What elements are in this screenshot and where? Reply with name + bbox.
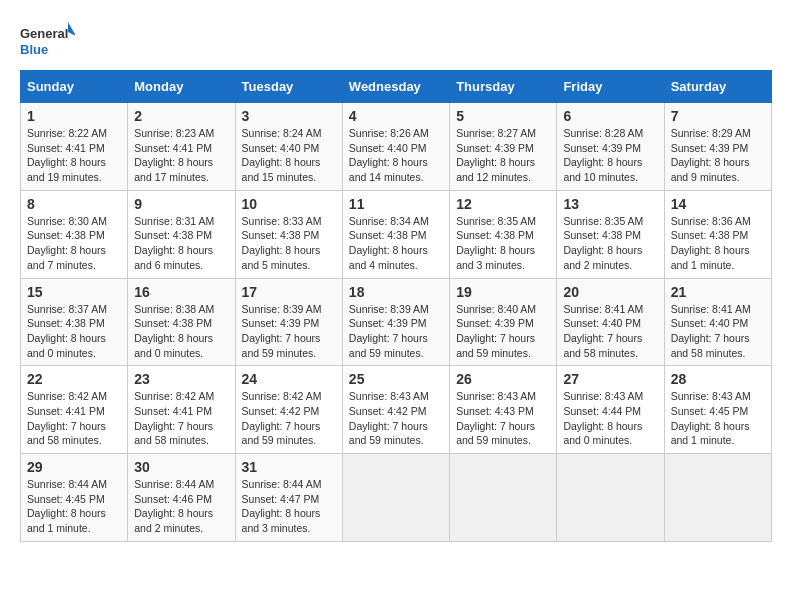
- calendar-cell: 4Sunrise: 8:26 AM Sunset: 4:40 PM Daylig…: [342, 103, 449, 191]
- calendar-cell: 25Sunrise: 8:43 AM Sunset: 4:42 PM Dayli…: [342, 366, 449, 454]
- calendar-cell: 24Sunrise: 8:42 AM Sunset: 4:42 PM Dayli…: [235, 366, 342, 454]
- header-day-monday: Monday: [128, 71, 235, 103]
- cell-info: Sunrise: 8:36 AM Sunset: 4:38 PM Dayligh…: [671, 214, 765, 273]
- calendar-cell: 20Sunrise: 8:41 AM Sunset: 4:40 PM Dayli…: [557, 278, 664, 366]
- cell-info: Sunrise: 8:29 AM Sunset: 4:39 PM Dayligh…: [671, 126, 765, 185]
- logo-svg: General Blue: [20, 20, 75, 60]
- header-day-friday: Friday: [557, 71, 664, 103]
- day-number: 1: [27, 108, 121, 124]
- day-number: 4: [349, 108, 443, 124]
- day-number: 27: [563, 371, 657, 387]
- cell-info: Sunrise: 8:34 AM Sunset: 4:38 PM Dayligh…: [349, 214, 443, 273]
- cell-info: Sunrise: 8:26 AM Sunset: 4:40 PM Dayligh…: [349, 126, 443, 185]
- calendar-cell: 26Sunrise: 8:43 AM Sunset: 4:43 PM Dayli…: [450, 366, 557, 454]
- day-number: 21: [671, 284, 765, 300]
- day-number: 12: [456, 196, 550, 212]
- calendar-cell: 7Sunrise: 8:29 AM Sunset: 4:39 PM Daylig…: [664, 103, 771, 191]
- cell-info: Sunrise: 8:23 AM Sunset: 4:41 PM Dayligh…: [134, 126, 228, 185]
- calendar-week-1: 1Sunrise: 8:22 AM Sunset: 4:41 PM Daylig…: [21, 103, 772, 191]
- calendar-cell: 5Sunrise: 8:27 AM Sunset: 4:39 PM Daylig…: [450, 103, 557, 191]
- day-number: 5: [456, 108, 550, 124]
- day-number: 28: [671, 371, 765, 387]
- calendar-week-5: 29Sunrise: 8:44 AM Sunset: 4:45 PM Dayli…: [21, 454, 772, 542]
- page-header: General Blue: [20, 20, 772, 60]
- calendar-cell: [557, 454, 664, 542]
- calendar-cell: 12Sunrise: 8:35 AM Sunset: 4:38 PM Dayli…: [450, 190, 557, 278]
- calendar-cell: 27Sunrise: 8:43 AM Sunset: 4:44 PM Dayli…: [557, 366, 664, 454]
- calendar-cell: 23Sunrise: 8:42 AM Sunset: 4:41 PM Dayli…: [128, 366, 235, 454]
- calendar-cell: 16Sunrise: 8:38 AM Sunset: 4:38 PM Dayli…: [128, 278, 235, 366]
- cell-info: Sunrise: 8:38 AM Sunset: 4:38 PM Dayligh…: [134, 302, 228, 361]
- svg-marker-2: [68, 22, 75, 36]
- calendar-cell: [450, 454, 557, 542]
- day-number: 18: [349, 284, 443, 300]
- header-day-thursday: Thursday: [450, 71, 557, 103]
- day-number: 9: [134, 196, 228, 212]
- header-day-sunday: Sunday: [21, 71, 128, 103]
- calendar-cell: 21Sunrise: 8:41 AM Sunset: 4:40 PM Dayli…: [664, 278, 771, 366]
- calendar-cell: 31Sunrise: 8:44 AM Sunset: 4:47 PM Dayli…: [235, 454, 342, 542]
- day-number: 16: [134, 284, 228, 300]
- calendar-cell: 9Sunrise: 8:31 AM Sunset: 4:38 PM Daylig…: [128, 190, 235, 278]
- cell-info: Sunrise: 8:35 AM Sunset: 4:38 PM Dayligh…: [456, 214, 550, 273]
- day-number: 30: [134, 459, 228, 475]
- cell-info: Sunrise: 8:42 AM Sunset: 4:41 PM Dayligh…: [27, 389, 121, 448]
- cell-info: Sunrise: 8:40 AM Sunset: 4:39 PM Dayligh…: [456, 302, 550, 361]
- day-number: 23: [134, 371, 228, 387]
- cell-info: Sunrise: 8:42 AM Sunset: 4:41 PM Dayligh…: [134, 389, 228, 448]
- cell-info: Sunrise: 8:28 AM Sunset: 4:39 PM Dayligh…: [563, 126, 657, 185]
- calendar-week-3: 15Sunrise: 8:37 AM Sunset: 4:38 PM Dayli…: [21, 278, 772, 366]
- calendar-cell: 15Sunrise: 8:37 AM Sunset: 4:38 PM Dayli…: [21, 278, 128, 366]
- calendar-cell: [342, 454, 449, 542]
- day-number: 8: [27, 196, 121, 212]
- calendar-cell: 6Sunrise: 8:28 AM Sunset: 4:39 PM Daylig…: [557, 103, 664, 191]
- day-number: 24: [242, 371, 336, 387]
- header-row: SundayMondayTuesdayWednesdayThursdayFrid…: [21, 71, 772, 103]
- day-number: 20: [563, 284, 657, 300]
- day-number: 7: [671, 108, 765, 124]
- day-number: 26: [456, 371, 550, 387]
- cell-info: Sunrise: 8:22 AM Sunset: 4:41 PM Dayligh…: [27, 126, 121, 185]
- calendar-cell: 1Sunrise: 8:22 AM Sunset: 4:41 PM Daylig…: [21, 103, 128, 191]
- calendar-cell: 29Sunrise: 8:44 AM Sunset: 4:45 PM Dayli…: [21, 454, 128, 542]
- day-number: 13: [563, 196, 657, 212]
- cell-info: Sunrise: 8:42 AM Sunset: 4:42 PM Dayligh…: [242, 389, 336, 448]
- cell-info: Sunrise: 8:44 AM Sunset: 4:47 PM Dayligh…: [242, 477, 336, 536]
- cell-info: Sunrise: 8:27 AM Sunset: 4:39 PM Dayligh…: [456, 126, 550, 185]
- calendar-cell: [664, 454, 771, 542]
- svg-text:Blue: Blue: [20, 42, 48, 57]
- header-day-saturday: Saturday: [664, 71, 771, 103]
- calendar-cell: 2Sunrise: 8:23 AM Sunset: 4:41 PM Daylig…: [128, 103, 235, 191]
- day-number: 25: [349, 371, 443, 387]
- calendar-cell: 3Sunrise: 8:24 AM Sunset: 4:40 PM Daylig…: [235, 103, 342, 191]
- calendar-cell: 14Sunrise: 8:36 AM Sunset: 4:38 PM Dayli…: [664, 190, 771, 278]
- calendar-cell: 17Sunrise: 8:39 AM Sunset: 4:39 PM Dayli…: [235, 278, 342, 366]
- cell-info: Sunrise: 8:37 AM Sunset: 4:38 PM Dayligh…: [27, 302, 121, 361]
- cell-info: Sunrise: 8:33 AM Sunset: 4:38 PM Dayligh…: [242, 214, 336, 273]
- cell-info: Sunrise: 8:43 AM Sunset: 4:43 PM Dayligh…: [456, 389, 550, 448]
- calendar-week-4: 22Sunrise: 8:42 AM Sunset: 4:41 PM Dayli…: [21, 366, 772, 454]
- day-number: 19: [456, 284, 550, 300]
- cell-info: Sunrise: 8:43 AM Sunset: 4:44 PM Dayligh…: [563, 389, 657, 448]
- day-number: 10: [242, 196, 336, 212]
- cell-info: Sunrise: 8:39 AM Sunset: 4:39 PM Dayligh…: [349, 302, 443, 361]
- calendar-cell: 28Sunrise: 8:43 AM Sunset: 4:45 PM Dayli…: [664, 366, 771, 454]
- calendar-cell: 19Sunrise: 8:40 AM Sunset: 4:39 PM Dayli…: [450, 278, 557, 366]
- day-number: 29: [27, 459, 121, 475]
- day-number: 11: [349, 196, 443, 212]
- day-number: 3: [242, 108, 336, 124]
- day-number: 14: [671, 196, 765, 212]
- calendar-cell: 22Sunrise: 8:42 AM Sunset: 4:41 PM Dayli…: [21, 366, 128, 454]
- calendar-cell: 18Sunrise: 8:39 AM Sunset: 4:39 PM Dayli…: [342, 278, 449, 366]
- day-number: 2: [134, 108, 228, 124]
- cell-info: Sunrise: 8:43 AM Sunset: 4:45 PM Dayligh…: [671, 389, 765, 448]
- cell-info: Sunrise: 8:30 AM Sunset: 4:38 PM Dayligh…: [27, 214, 121, 273]
- cell-info: Sunrise: 8:41 AM Sunset: 4:40 PM Dayligh…: [671, 302, 765, 361]
- day-number: 22: [27, 371, 121, 387]
- day-number: 6: [563, 108, 657, 124]
- calendar-table: SundayMondayTuesdayWednesdayThursdayFrid…: [20, 70, 772, 542]
- header-day-wednesday: Wednesday: [342, 71, 449, 103]
- logo: General Blue: [20, 20, 75, 60]
- cell-info: Sunrise: 8:44 AM Sunset: 4:45 PM Dayligh…: [27, 477, 121, 536]
- cell-info: Sunrise: 8:35 AM Sunset: 4:38 PM Dayligh…: [563, 214, 657, 273]
